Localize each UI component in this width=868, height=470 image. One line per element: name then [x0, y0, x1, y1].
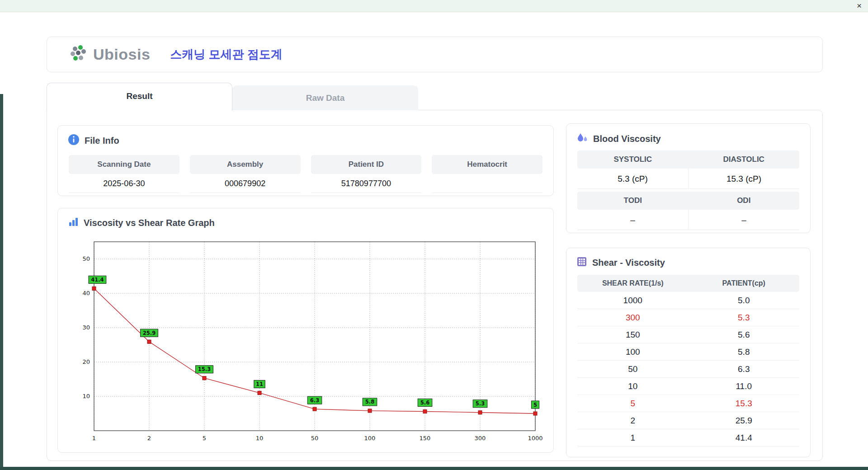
svg-text:100: 100 — [364, 435, 376, 442]
table-row: 100 5.8 — [577, 343, 799, 361]
bv-value-row-1: 5.3 (cP) 15.3 (cP) — [577, 169, 799, 189]
graph-title: Viscosity vs Shear Rate Graph — [84, 218, 215, 228]
field-value: 51780977700 — [311, 174, 422, 193]
field-label: Hematocrit — [432, 155, 542, 174]
svg-text:2: 2 — [147, 435, 151, 442]
patient-cell: 5.3 — [689, 309, 800, 326]
shear-cell: 150 — [577, 326, 689, 343]
tab-result[interactable]: Result — [47, 83, 232, 111]
tab-raw-data[interactable]: Raw Data — [232, 85, 418, 110]
bar-chart-icon — [68, 216, 79, 230]
svg-text:20: 20 — [82, 358, 90, 365]
table-row: 300 5.3 — [577, 309, 799, 326]
field-value — [432, 174, 542, 193]
svg-text:40: 40 — [82, 290, 90, 296]
field-assembly: Assembly 000679902 — [190, 155, 301, 193]
table-row: 50 6.3 — [577, 361, 799, 378]
field-label: Assembly — [190, 155, 301, 174]
field-hematocrit: Hematocrit — [432, 155, 542, 193]
shear-viscosity-title: Shear - Viscosity — [592, 258, 665, 268]
window-titlebar: × — [0, 0, 868, 12]
todi-value: – — [577, 210, 688, 230]
svg-text:5: 5 — [203, 435, 206, 442]
svg-text:5.8: 5.8 — [365, 399, 374, 405]
svg-text:10: 10 — [256, 435, 264, 442]
svg-text:50: 50 — [82, 255, 90, 262]
table-row: 1 41.4 — [577, 429, 799, 446]
field-label: Patient ID — [311, 155, 422, 174]
shear-cell: 300 — [577, 309, 689, 326]
grid-table-icon — [576, 256, 587, 269]
field-label: Scanning Date — [69, 155, 179, 174]
odi-value: – — [688, 210, 799, 230]
svg-text:5.3: 5.3 — [476, 400, 485, 407]
diastolic-value: 15.3 (cP) — [688, 169, 799, 189]
patient-cell: 6.3 — [689, 361, 800, 377]
systolic-label: SYSTOLIC — [577, 150, 689, 169]
field-patient-id: Patient ID 51780977700 — [311, 155, 422, 193]
bv-header-row-2: TODI ODI — [577, 192, 799, 210]
close-icon[interactable]: × — [857, 1, 862, 11]
svg-text:6.3: 6.3 — [310, 397, 319, 404]
shear-cell: 1000 — [577, 292, 689, 309]
shear-viscosity-card: Shear - Viscosity SHEAR RATE(1/s) PATIEN… — [566, 248, 811, 457]
ubiosis-logo-icon — [70, 45, 89, 65]
blood-drop-icon — [576, 132, 588, 146]
svg-text:300: 300 — [475, 435, 486, 442]
svg-text:11: 11 — [256, 381, 263, 387]
col-shear-rate: SHEAR RATE(1/s) — [577, 275, 689, 292]
info-icon — [68, 134, 80, 148]
field-scanning-date: Scanning Date 2025-06-30 — [69, 155, 179, 193]
svg-text:30: 30 — [82, 324, 90, 331]
shear-cell: 1 — [577, 429, 689, 446]
patient-cell: 11.0 — [689, 378, 800, 395]
table-row: 10 11.0 — [577, 378, 799, 395]
app-header: Ubiosis 스캐닝 모세관 점도계 — [47, 37, 823, 72]
shear-cell: 50 — [577, 361, 689, 377]
systolic-value: 5.3 (cP) — [577, 169, 688, 189]
shear-cell: 5 — [577, 395, 689, 412]
result-panel: File Info Scanning Date 2025-06-30 Assem… — [47, 110, 823, 461]
svg-text:50: 50 — [311, 435, 319, 442]
file-info-title: File Info — [85, 136, 119, 146]
blood-viscosity-title: Blood Viscosity — [593, 134, 661, 144]
svg-text:5.6: 5.6 — [420, 400, 429, 406]
table-row: 150 5.6 — [577, 326, 799, 343]
bv-header-row-1: SYSTOLIC DIASTOLIC — [577, 150, 799, 169]
patient-cell: 5.0 — [689, 292, 800, 309]
shear-cell: 100 — [577, 343, 689, 360]
col-patient: PATIENT(cp) — [689, 275, 800, 292]
field-value: 000679902 — [190, 174, 301, 193]
page-title: 스캐닝 모세관 점도계 — [170, 47, 282, 62]
svg-text:25.9: 25.9 — [143, 330, 156, 336]
diastolic-label: DIASTOLIC — [689, 150, 800, 169]
svg-text:5: 5 — [533, 402, 537, 408]
patient-cell: 15.3 — [689, 395, 800, 412]
table-header: SHEAR RATE(1/s) PATIENT(cp) — [577, 275, 799, 292]
svg-text:1: 1 — [92, 435, 96, 442]
shear-viscosity-table: SHEAR RATE(1/s) PATIENT(cp) 1000 5.0 300… — [577, 275, 799, 446]
shear-cell: 10 — [577, 378, 689, 395]
table-row: 5 15.3 — [577, 395, 799, 412]
svg-text:1000: 1000 — [528, 435, 542, 442]
svg-text:10: 10 — [82, 393, 90, 400]
patient-cell: 5.8 — [689, 343, 800, 360]
viscosity-chart: 10203040501251050100150300100041.425.915… — [69, 235, 543, 447]
table-row: 2 25.9 — [577, 412, 799, 429]
bv-value-row-2: – – — [577, 210, 799, 230]
shear-cell: 2 — [577, 412, 689, 429]
ubiosis-logo: Ubiosis — [70, 45, 150, 65]
svg-text:150: 150 — [420, 435, 431, 442]
svg-text:41.4: 41.4 — [91, 277, 104, 283]
patient-cell: 5.6 — [689, 326, 800, 343]
window-left-edge — [0, 94, 3, 470]
field-value: 2025-06-30 — [69, 174, 179, 193]
window-bottom-edge — [0, 467, 868, 470]
todi-label: TODI — [577, 192, 689, 210]
viscosity-graph-card: Viscosity vs Shear Rate Graph 1020304050… — [57, 208, 554, 453]
patient-cell: 41.4 — [689, 429, 800, 446]
file-info-card: File Info Scanning Date 2025-06-30 Assem… — [57, 125, 554, 196]
blood-viscosity-card: Blood Viscosity SYSTOLIC DIASTOLIC 5.3 (… — [566, 123, 811, 233]
patient-cell: 25.9 — [689, 412, 800, 429]
logo-text: Ubiosis — [93, 46, 150, 63]
